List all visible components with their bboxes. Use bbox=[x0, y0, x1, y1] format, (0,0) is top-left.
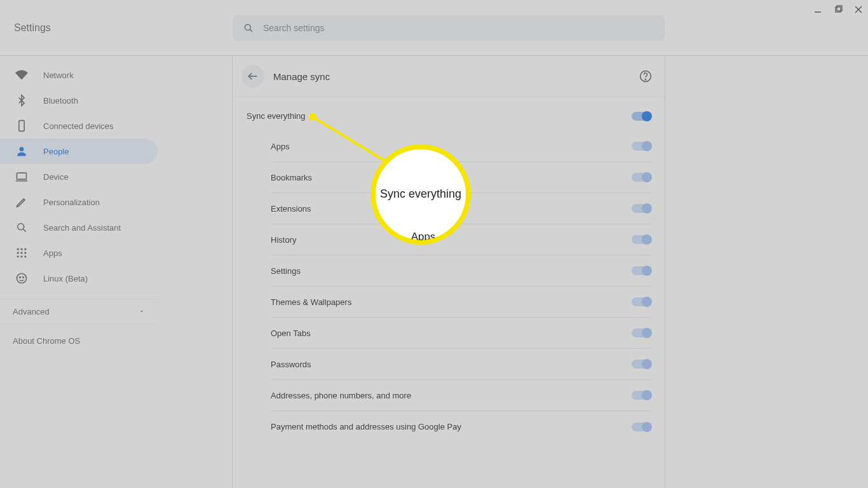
advanced-label: Advanced bbox=[13, 307, 50, 316]
sidebar-item-search-assistant[interactable]: Search and Assistant bbox=[0, 215, 158, 240]
svg-point-17 bbox=[20, 252, 22, 254]
svg-point-14 bbox=[20, 248, 22, 250]
sync-row-passwords: Passwords bbox=[271, 349, 651, 380]
svg-point-23 bbox=[20, 277, 21, 278]
svg-point-18 bbox=[24, 252, 26, 254]
app-title: Settings bbox=[14, 22, 233, 34]
apps-grid-icon bbox=[15, 247, 28, 259]
sync-row-label: Settings bbox=[271, 266, 301, 276]
sync-row-label: Apps bbox=[271, 142, 290, 151]
panel-header: Manage sync bbox=[233, 56, 665, 97]
sync-row-settings: Settings bbox=[271, 255, 651, 287]
sidebar-item-label: Apps bbox=[43, 248, 62, 258]
search-box[interactable] bbox=[233, 15, 665, 41]
sync-everything-row: Sync everything bbox=[233, 97, 665, 131]
svg-rect-1 bbox=[836, 7, 841, 12]
sync-everything-label: Sync everything bbox=[247, 111, 306, 121]
sidebar-item-label: Device bbox=[43, 172, 69, 182]
sync-row-label: Passwords bbox=[271, 360, 311, 369]
about-label: About Chrome OS bbox=[13, 336, 80, 346]
sync-row-themes: Themes & Wallpapers bbox=[271, 287, 651, 318]
sidebar-item-linux[interactable]: Linux (Beta) bbox=[0, 266, 158, 291]
svg-point-13 bbox=[17, 248, 19, 250]
sync-toggle-settings[interactable] bbox=[632, 266, 651, 275]
sidebar-item-apps[interactable]: Apps bbox=[0, 240, 158, 266]
maximize-button[interactable] bbox=[834, 5, 843, 14]
sync-toggle-apps[interactable] bbox=[632, 142, 651, 151]
settings-panel: Manage sync Sync everything Apps Bookmar… bbox=[232, 56, 665, 488]
sidebar-item-connected-devices[interactable]: Connected devices bbox=[0, 113, 158, 139]
sync-row-payment: Payment methods and addresses using Goog… bbox=[271, 411, 651, 442]
sync-row-label: Extensions bbox=[271, 204, 311, 214]
svg-point-22 bbox=[17, 274, 27, 283]
sync-toggle-open-tabs[interactable] bbox=[632, 329, 651, 337]
sync-row-label: Payment methods and addresses using Goog… bbox=[271, 422, 461, 431]
search-input[interactable] bbox=[263, 23, 654, 33]
svg-point-24 bbox=[23, 277, 24, 278]
help-button[interactable] bbox=[639, 70, 652, 83]
sidebar-advanced[interactable]: Advanced bbox=[0, 299, 158, 325]
sync-toggle-payment[interactable] bbox=[632, 423, 651, 431]
sidebar-item-device[interactable]: Device bbox=[0, 164, 158, 189]
sync-row-label: Addresses, phone numbers, and more bbox=[271, 391, 411, 400]
sidebar: Network Bluetooth Connected devices Peop… bbox=[0, 56, 158, 488]
svg-point-19 bbox=[17, 255, 19, 257]
svg-point-21 bbox=[24, 255, 26, 257]
minimize-button[interactable] bbox=[813, 5, 822, 14]
svg-line-6 bbox=[250, 29, 252, 32]
sidebar-item-network[interactable]: Network bbox=[0, 62, 158, 88]
sync-row-open-tabs: Open Tabs bbox=[271, 318, 651, 349]
app-header: Settings bbox=[0, 0, 868, 56]
svg-point-20 bbox=[20, 255, 22, 257]
svg-line-12 bbox=[24, 229, 26, 232]
sidebar-item-label: Search and Assistant bbox=[43, 223, 121, 233]
sync-row-label: History bbox=[271, 235, 296, 245]
sync-row-bookmarks: Bookmarks bbox=[271, 162, 651, 193]
sync-row-history: History bbox=[271, 224, 651, 255]
laptop-icon bbox=[15, 170, 28, 183]
sync-toggle-extensions[interactable] bbox=[632, 204, 651, 213]
svg-point-16 bbox=[17, 252, 19, 254]
sync-row-addresses: Addresses, phone numbers, and more bbox=[271, 380, 651, 411]
wifi-icon bbox=[15, 69, 28, 81]
sync-toggle-history[interactable] bbox=[632, 235, 651, 244]
chevron-down-icon bbox=[139, 307, 145, 316]
search-icon bbox=[15, 221, 28, 234]
sidebar-item-label: Network bbox=[43, 71, 74, 80]
sync-items-list: Apps Bookmarks Extensions History Settin… bbox=[233, 131, 665, 442]
sync-toggle-themes[interactable] bbox=[632, 297, 651, 306]
sync-row-label: Open Tabs bbox=[271, 329, 311, 338]
pencil-icon bbox=[15, 196, 28, 208]
sidebar-about[interactable]: About Chrome OS bbox=[0, 325, 158, 357]
phone-icon bbox=[15, 119, 28, 132]
content-area: Manage sync Sync everything Apps Bookmar… bbox=[158, 56, 868, 488]
sidebar-item-people[interactable]: People bbox=[0, 139, 158, 164]
linux-icon bbox=[15, 272, 28, 285]
sidebar-item-label: Linux (Beta) bbox=[43, 274, 88, 283]
back-button[interactable] bbox=[241, 65, 264, 88]
sidebar-item-label: People bbox=[43, 147, 69, 156]
close-button[interactable] bbox=[854, 5, 863, 14]
svg-point-8 bbox=[20, 147, 24, 151]
svg-point-5 bbox=[245, 24, 250, 30]
person-icon bbox=[15, 145, 28, 158]
sync-toggle-passwords[interactable] bbox=[632, 360, 651, 369]
sync-toggle-addresses[interactable] bbox=[632, 391, 651, 400]
sync-row-label: Themes & Wallpapers bbox=[271, 297, 351, 307]
sync-toggle-bookmarks[interactable] bbox=[632, 173, 651, 182]
svg-point-11 bbox=[18, 224, 24, 230]
page-title: Manage sync bbox=[273, 71, 630, 82]
sync-row-label: Bookmarks bbox=[271, 173, 312, 182]
sidebar-item-label: Bluetooth bbox=[43, 96, 78, 105]
search-icon bbox=[243, 22, 254, 34]
sidebar-item-label: Personalization bbox=[43, 198, 100, 207]
svg-rect-7 bbox=[19, 121, 24, 132]
svg-rect-9 bbox=[17, 173, 27, 179]
svg-point-15 bbox=[24, 248, 26, 250]
sync-everything-toggle[interactable] bbox=[632, 112, 651, 121]
sidebar-item-personalization[interactable]: Personalization bbox=[0, 189, 158, 215]
sidebar-item-bluetooth[interactable]: Bluetooth bbox=[0, 88, 158, 113]
sidebar-item-label: Connected devices bbox=[43, 121, 114, 131]
bluetooth-icon bbox=[15, 94, 28, 107]
svg-rect-2 bbox=[837, 6, 842, 11]
